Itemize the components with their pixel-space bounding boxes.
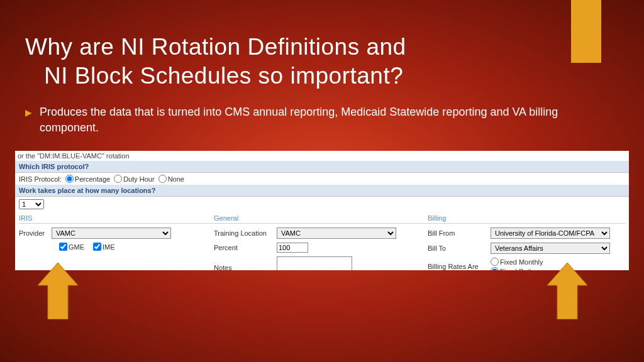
- title-line1: Why are NI Rotation Definitions and: [25, 33, 406, 62]
- rotation-context: or the "DM:IM:BLUE-VAMC" rotation: [15, 151, 629, 161]
- bullet-icon: ▶: [25, 104, 32, 136]
- radio-none[interactable]: None: [158, 175, 184, 183]
- title-line2: NI Block Schedules so important?: [25, 62, 406, 90]
- radio-percentage[interactable]: Percentage: [65, 175, 110, 183]
- iris-protocol-label: IRIS Protocol:: [19, 175, 62, 183]
- training-location-label: Training Location: [214, 229, 274, 237]
- column-iris: IRIS Provider VAMC GME IME: [19, 214, 214, 270]
- checkbox-gme[interactable]: GME: [59, 243, 84, 251]
- percent-input[interactable]: [277, 243, 308, 253]
- column-billing: Billing Bill From University of Florida-…: [428, 214, 625, 270]
- section-locations: Work takes place at how many locations?: [15, 185, 629, 197]
- bill-to-label: Bill To: [428, 244, 488, 252]
- arrow-left-icon: [38, 263, 78, 319]
- notes-label: Notes: [214, 264, 274, 270]
- training-location-select[interactable]: VAMC: [277, 228, 396, 239]
- col-head-general: General: [214, 214, 428, 224]
- slide-title: Why are NI Rotation Definitions and NI B…: [25, 33, 406, 91]
- checkbox-ime[interactable]: IME: [93, 243, 115, 251]
- percent-label: Percent: [214, 244, 274, 251]
- svg-marker-0: [38, 263, 78, 319]
- notes-textarea[interactable]: [277, 256, 352, 270]
- form-screenshot: or the "DM:IM:BLUE-VAMC" rotation Which …: [15, 151, 629, 270]
- bullet-text: Produces the data that is turned into CM…: [40, 104, 619, 136]
- radio-duty-hour[interactable]: Duty Hour: [114, 175, 155, 183]
- svg-marker-1: [547, 263, 587, 319]
- col-head-billing: Billing: [428, 214, 625, 224]
- iris-protocol-row: IRIS Protocol: Percentage Duty Hour None: [15, 173, 629, 185]
- provider-label: Provider: [19, 229, 49, 237]
- provider-select[interactable]: VAMC: [52, 228, 171, 239]
- locations-select[interactable]: 1: [19, 199, 44, 209]
- billing-rates-label: Billing Rates Are: [428, 263, 488, 270]
- radio-fixed-daily[interactable]: Fixed Daily: [491, 267, 543, 270]
- accent-tab: [571, 0, 601, 63]
- bill-from-select[interactable]: University of Florida-COM/FCPA: [491, 228, 610, 239]
- arrow-right-icon: [547, 263, 587, 319]
- section-iris-protocol: Which IRIS protocol?: [15, 161, 629, 173]
- bill-to-select[interactable]: Veterans Affairs: [491, 243, 610, 254]
- bill-from-label: Bill From: [428, 229, 488, 237]
- col-head-iris: IRIS: [19, 214, 214, 224]
- column-general: General Training Location VAMC Percent N…: [214, 214, 428, 270]
- radio-fixed-monthly[interactable]: Fixed Monthly: [491, 258, 543, 266]
- body-bullet: ▶ Produces the data that is turned into …: [25, 104, 619, 136]
